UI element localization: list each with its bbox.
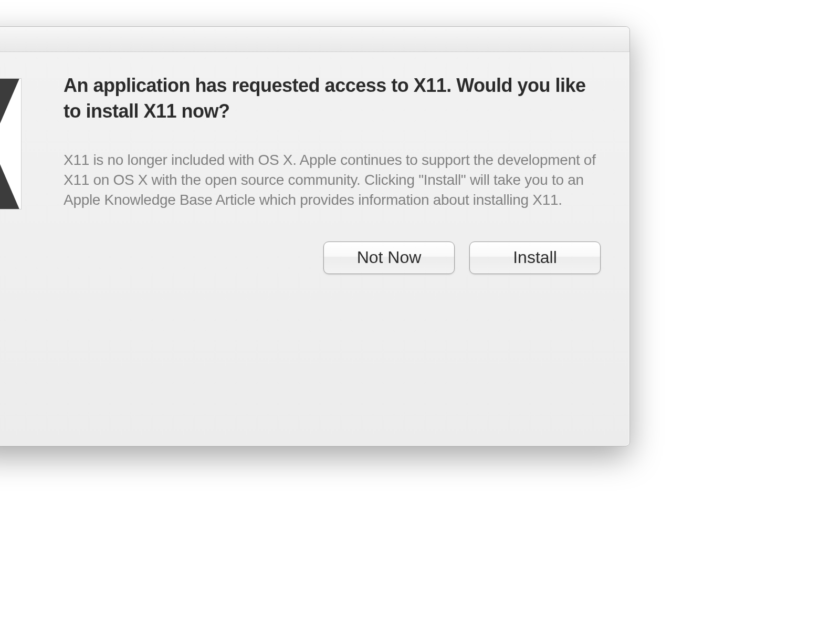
dialog-icon-column [0,73,53,210]
x11-icon [0,78,22,209]
dialog-body-text: X11 is no longer included with OS X. App… [64,150,603,209]
install-button[interactable]: Install [469,242,601,274]
dialog-button-row: Not Now Install [0,226,629,300]
x11-install-dialog: An application has requested access to X… [0,26,630,446]
dialog-titlebar[interactable] [0,27,629,52]
dialog-text-column: An application has requested access to X… [53,73,603,210]
dialog-heading: An application has requested access to X… [64,73,603,124]
dialog-content: An application has requested access to X… [0,52,629,226]
not-now-button[interactable]: Not Now [323,242,455,274]
